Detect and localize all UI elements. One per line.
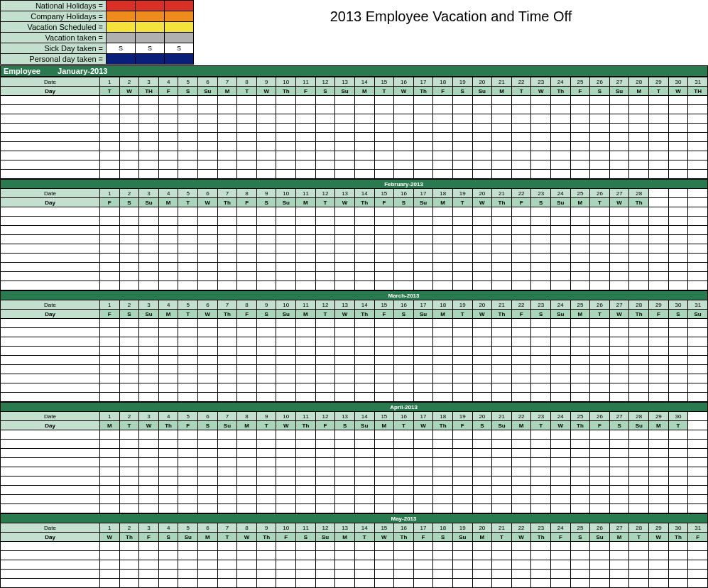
vacation-cell[interactable] <box>276 263 296 272</box>
vacation-cell[interactable] <box>256 328 276 337</box>
vacation-cell[interactable] <box>119 356 139 365</box>
vacation-cell[interactable] <box>198 495 218 504</box>
vacation-cell[interactable] <box>511 504 531 513</box>
vacation-cell[interactable] <box>354 467 374 477</box>
vacation-cell[interactable] <box>394 235 414 244</box>
vacation-cell[interactable] <box>609 96 629 105</box>
vacation-cell[interactable] <box>315 133 335 142</box>
vacation-cell[interactable] <box>256 105 276 114</box>
vacation-cell[interactable] <box>688 542 708 551</box>
vacation-cell[interactable] <box>178 430 198 440</box>
vacation-cell[interactable] <box>649 467 669 477</box>
vacation-cell[interactable] <box>590 133 610 142</box>
vacation-cell[interactable] <box>511 365 531 374</box>
vacation-cell[interactable] <box>217 504 237 513</box>
vacation-cell[interactable] <box>119 374 139 383</box>
vacation-cell[interactable] <box>256 495 276 504</box>
vacation-cell[interactable] <box>119 244 139 254</box>
vacation-cell[interactable] <box>668 328 688 337</box>
vacation-cell[interactable] <box>296 207 316 217</box>
vacation-cell[interactable] <box>433 504 453 513</box>
vacation-cell[interactable] <box>276 458 296 467</box>
vacation-cell[interactable] <box>315 151 335 160</box>
vacation-cell[interactable] <box>178 133 198 142</box>
vacation-cell[interactable] <box>354 263 374 272</box>
vacation-cell[interactable] <box>354 449 374 458</box>
vacation-cell[interactable] <box>413 477 433 486</box>
vacation-cell[interactable] <box>668 365 688 374</box>
vacation-cell[interactable] <box>452 467 472 477</box>
vacation-cell[interactable] <box>492 504 512 513</box>
vacation-cell[interactable] <box>629 356 649 365</box>
vacation-cell[interactable] <box>315 207 335 217</box>
vacation-cell[interactable] <box>354 281 374 290</box>
vacation-cell[interactable] <box>531 114 551 124</box>
vacation-cell[interactable] <box>472 560 492 570</box>
vacation-cell[interactable] <box>688 356 708 365</box>
vacation-cell[interactable] <box>198 263 218 272</box>
vacation-cell[interactable] <box>354 486 374 495</box>
vacation-cell[interactable] <box>472 347 492 356</box>
vacation-cell[interactable] <box>119 570 139 579</box>
vacation-cell[interactable] <box>551 207 571 217</box>
vacation-cell[interactable] <box>315 560 335 570</box>
vacation-cell[interactable] <box>354 430 374 440</box>
vacation-cell[interactable] <box>139 467 159 477</box>
vacation-cell[interactable] <box>198 449 218 458</box>
vacation-cell[interactable] <box>394 272 414 281</box>
vacation-cell[interactable] <box>688 114 708 124</box>
vacation-cell[interactable] <box>452 542 472 551</box>
vacation-cell[interactable] <box>394 440 414 449</box>
vacation-cell[interactable] <box>590 160 610 170</box>
vacation-cell[interactable] <box>433 263 453 272</box>
vacation-cell[interactable] <box>119 440 139 449</box>
vacation-cell[interactable] <box>139 226 159 235</box>
vacation-cell[interactable] <box>374 254 394 263</box>
vacation-cell[interactable] <box>472 151 492 160</box>
vacation-cell[interactable] <box>492 105 512 114</box>
vacation-cell[interactable] <box>649 133 669 142</box>
vacation-cell[interactable] <box>119 281 139 290</box>
vacation-cell[interactable] <box>198 467 218 477</box>
vacation-cell[interactable] <box>668 105 688 114</box>
vacation-cell[interactable] <box>178 374 198 383</box>
vacation-cell[interactable] <box>354 365 374 374</box>
vacation-cell[interactable] <box>649 272 669 281</box>
vacation-cell[interactable] <box>374 133 394 142</box>
vacation-cell[interactable] <box>100 383 120 393</box>
employee-name-cell[interactable] <box>1 217 100 226</box>
vacation-cell[interactable] <box>570 383 590 393</box>
vacation-cell[interactable] <box>158 477 178 486</box>
vacation-cell[interactable] <box>119 504 139 513</box>
vacation-cell[interactable] <box>100 328 120 337</box>
vacation-cell[interactable] <box>570 114 590 124</box>
vacation-cell[interactable] <box>433 477 453 486</box>
vacation-cell[interactable] <box>276 160 296 170</box>
vacation-cell[interactable] <box>668 96 688 105</box>
vacation-cell[interactable] <box>609 393 629 402</box>
vacation-cell[interactable] <box>198 207 218 217</box>
vacation-cell[interactable] <box>668 551 688 560</box>
vacation-cell[interactable] <box>256 133 276 142</box>
vacation-cell[interactable] <box>492 551 512 560</box>
vacation-cell[interactable] <box>511 160 531 170</box>
vacation-cell[interactable] <box>296 319 316 328</box>
vacation-cell[interactable] <box>668 114 688 124</box>
vacation-cell[interactable] <box>492 542 512 551</box>
vacation-cell[interactable] <box>609 114 629 124</box>
vacation-cell[interactable] <box>492 124 512 133</box>
vacation-cell[interactable] <box>433 542 453 551</box>
vacation-cell[interactable] <box>335 319 355 328</box>
vacation-cell[interactable] <box>217 560 237 570</box>
vacation-cell[interactable] <box>237 449 257 458</box>
vacation-cell[interactable] <box>688 570 708 579</box>
vacation-cell[interactable] <box>217 383 237 393</box>
vacation-cell[interactable] <box>178 365 198 374</box>
vacation-cell[interactable] <box>296 347 316 356</box>
vacation-cell[interactable] <box>452 254 472 263</box>
employee-name-cell[interactable] <box>1 365 100 374</box>
vacation-cell[interactable] <box>668 356 688 365</box>
vacation-cell[interactable] <box>354 254 374 263</box>
vacation-cell[interactable] <box>139 504 159 513</box>
vacation-cell[interactable] <box>276 170 296 179</box>
